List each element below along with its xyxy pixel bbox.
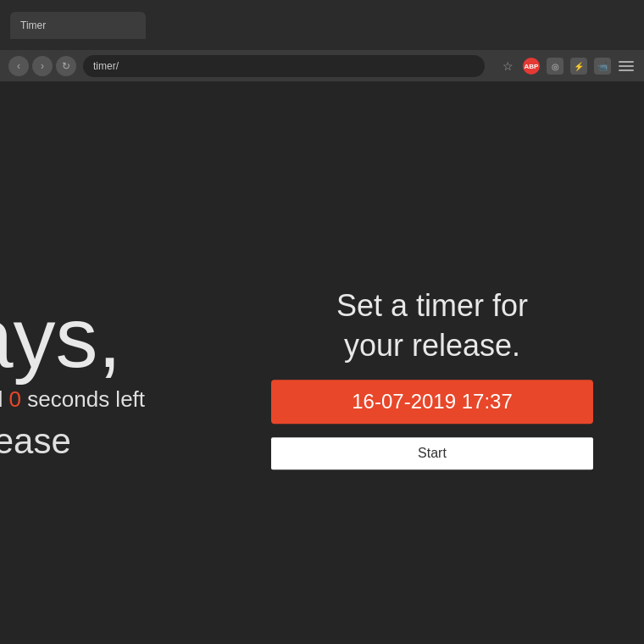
tab-label: Timer — [20, 19, 46, 31]
datetime-input[interactable] — [271, 380, 593, 424]
timer-heading: Set a timer for your release. — [336, 286, 528, 366]
ext2-button[interactable]: ⚡ — [569, 57, 588, 75]
toolbar-icons: ☆ ABP ◎ ⚡ 📹 — [498, 57, 636, 75]
browser-tab[interactable]: Timer — [10, 12, 146, 39]
abp-button[interactable]: ABP — [522, 57, 541, 75]
address-bar[interactable]: timer/ — [83, 55, 485, 77]
back-button[interactable]: ‹ — [8, 56, 29, 76]
abp-icon: ABP — [523, 58, 540, 75]
ext1-button[interactable]: ◎ — [546, 57, 564, 75]
heading-line1: Set a timer for — [336, 286, 528, 326]
ext3-icon: 📹 — [594, 58, 611, 75]
ext3-button[interactable]: 📹 — [593, 57, 612, 75]
forward-button[interactable]: › — [32, 56, 53, 76]
address-text: timer/ — [93, 60, 119, 72]
heading-line2: your release. — [336, 326, 528, 366]
reload-button[interactable]: ↻ — [56, 56, 76, 76]
ext2-icon: ⚡ — [570, 58, 587, 75]
browser-chrome: Timer — [0, 0, 644, 51]
left-panel: ays, and 0 seconds left elease — [0, 295, 145, 462]
start-button[interactable]: Start — [271, 437, 593, 469]
release-display: elease — [0, 421, 145, 462]
zero-value: 0 — [9, 386, 21, 412]
right-panel: Set a timer for your release. Start — [271, 286, 593, 469]
main-content: ays, and 0 seconds left elease Set a tim… — [0, 81, 644, 644]
seconds-display: and 0 seconds left — [0, 386, 145, 413]
days-display: ays, — [0, 295, 145, 380]
menu-button[interactable] — [617, 57, 636, 75]
browser-toolbar: ‹ › ↻ timer/ ☆ ABP ◎ ⚡ 📹 — [0, 51, 644, 81]
star-button[interactable]: ☆ — [498, 57, 517, 75]
seconds-suffix: seconds left — [21, 386, 145, 412]
star-icon: ☆ — [502, 59, 514, 73]
ext1-icon: ◎ — [547, 58, 564, 75]
and-text: and — [0, 386, 9, 412]
nav-buttons: ‹ › ↻ — [8, 56, 76, 76]
